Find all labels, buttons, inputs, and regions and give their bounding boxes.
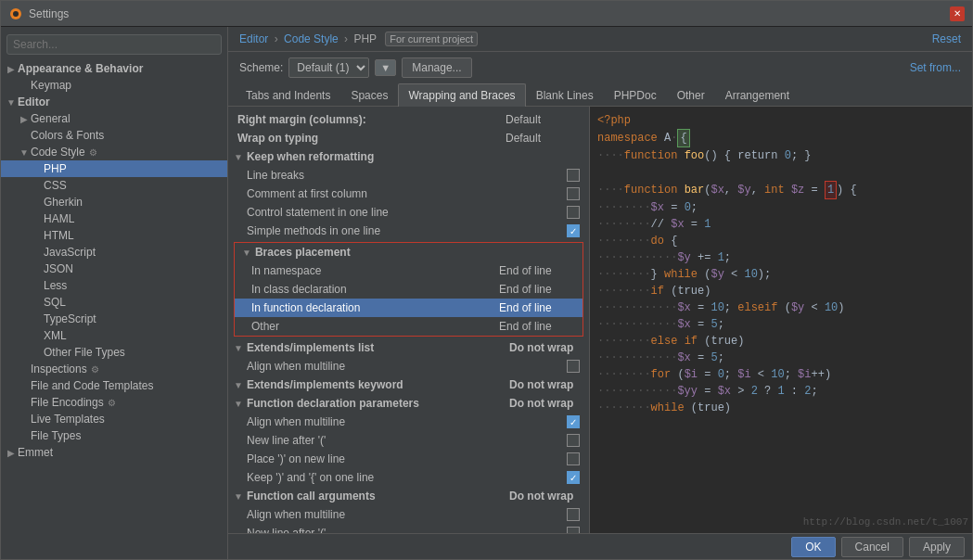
func-decl-align-row: Align when multiline (228, 413, 589, 431)
code-line: ············$x = 5; (597, 316, 965, 333)
sidebar-label-editor: Editor (18, 95, 50, 108)
file-encodings-badge: ⚙ (108, 398, 116, 408)
func-decl-keep-label: Keep ')' and '{' on one line (247, 471, 567, 484)
tab-tabs-and-indents[interactable]: Tabs and Indents (236, 83, 340, 107)
sidebar-item-css[interactable]: CSS (1, 177, 227, 194)
cancel-button[interactable]: Cancel (841, 537, 903, 557)
sidebar-item-typescript[interactable]: TypeScript (1, 311, 227, 327)
settings-window: Settings ✕ ▶ Appearance & Behavior Keyma… (0, 0, 973, 560)
in-namespace-row[interactable]: In namespace End of line (235, 261, 583, 280)
code-preview: <?php namespace A·{ ····function foo() {… (590, 107, 972, 533)
arrow-icon: ▼ (234, 380, 243, 390)
func-call-args-header[interactable]: ▼ Function call arguments Do not wrap (228, 487, 589, 505)
sidebar-item-file-encodings[interactable]: File Encodings ⚙ (1, 394, 227, 411)
sidebar-item-colors-fonts[interactable]: Colors & Fonts (1, 127, 227, 144)
sidebar-item-xml[interactable]: XML (1, 327, 227, 344)
in-function-declaration-row[interactable]: In function declaration End of line (235, 299, 583, 317)
sidebar-item-appearance[interactable]: ▶ Appearance & Behavior (1, 60, 227, 77)
code-line: ············$x = 10; elseif ($y < 10) (597, 299, 965, 316)
other-braces-row[interactable]: Other End of line (235, 317, 583, 336)
sidebar-item-php[interactable]: PHP (1, 160, 227, 177)
code-line: ············$x = 5; (597, 350, 965, 366)
in-function-declaration-label: In function declaration (251, 301, 499, 314)
arrow-icon: ▼ (234, 343, 243, 353)
arrow-icon: ▼ (242, 248, 251, 258)
sidebar-item-live-templates[interactable]: Live Templates (1, 411, 227, 427)
sidebar-item-file-and-code-templates[interactable]: File and Code Templates (1, 377, 227, 394)
sidebar-item-haml[interactable]: HAML (1, 210, 227, 227)
tab-blank-lines[interactable]: Blank Lines (526, 83, 604, 107)
tab-other[interactable]: Other (667, 83, 715, 107)
sidebar-item-code-style[interactable]: ▼ Code Style ⚙ (1, 144, 227, 160)
sidebar-item-keymap[interactable]: Keymap (1, 77, 227, 94)
manage-button[interactable]: Manage... (402, 57, 471, 78)
extends-keyword-header: ▼ Extends/implements keyword Do not wrap (228, 375, 589, 394)
control-statement-checkbox[interactable] (567, 206, 580, 219)
scheme-select[interactable]: Default (1) (288, 57, 369, 78)
reset-button[interactable]: Reset (932, 32, 961, 45)
sidebar-item-editor[interactable]: ▼ Editor (1, 94, 227, 110)
keep-when-reformatting-label: Keep when reformatting (247, 150, 374, 163)
sidebar-label-code-style: Code Style (31, 146, 85, 159)
code-line: ········else if (true) (597, 333, 965, 350)
set-from-button[interactable]: Set from... (910, 61, 961, 74)
func-call-align-checkbox[interactable] (567, 508, 580, 521)
func-decl-newline-checkbox[interactable] (567, 434, 580, 447)
extends-list-align-checkbox[interactable] (567, 360, 580, 373)
sidebar-label-other-file-types: Other File Types (44, 346, 125, 359)
inspections-badge: ⚙ (91, 364, 99, 375)
func-decl-params-header[interactable]: ▼ Function declaration parameters Do not… (228, 394, 589, 413)
sidebar-item-json[interactable]: JSON (1, 261, 227, 277)
braces-placement-header[interactable]: ▼ Braces placement (235, 243, 583, 261)
sidebar-item-inspections[interactable]: Inspections ⚙ (1, 361, 227, 377)
tab-spaces[interactable]: Spaces (340, 83, 398, 107)
func-call-newline-checkbox[interactable] (567, 527, 580, 533)
apply-button[interactable]: Apply (909, 537, 965, 557)
braces-placement-box: ▼ Braces placement In namespace End of l… (234, 242, 583, 337)
code-line: <?php (597, 112, 965, 129)
code-line: ········for ($i = 0; $i < 10; $i++) (597, 366, 965, 383)
tab-arrangement[interactable]: Arrangement (715, 83, 800, 107)
sidebar-label-live-templates: Live Templates (31, 413, 105, 426)
code-line: ········while (true) (597, 400, 965, 416)
sidebar-item-file-types[interactable]: File Types (1, 427, 227, 444)
func-decl-align-checkbox[interactable] (567, 415, 580, 428)
code-line: ············$yy = $x > 2 ? 1 : 2; (597, 383, 965, 400)
sidebar-item-other-file-types[interactable]: Other File Types (1, 344, 227, 361)
tab-wrapping-and-braces[interactable]: Wrapping and Braces (398, 83, 525, 107)
settings-icon (8, 6, 23, 21)
code-line: ········} while ($y < 10); (597, 266, 965, 283)
sidebar: ▶ Appearance & Behavior Keymap ▼ Editor … (1, 27, 228, 559)
in-class-declaration-row[interactable]: In class declaration End of line (235, 280, 583, 299)
code-style-badge: ⚙ (89, 147, 97, 158)
scheme-dropdown-button[interactable]: ▼ (375, 59, 396, 76)
scheme-bar: Scheme: Default (1) ▼ Manage... Set from… (228, 52, 972, 83)
sidebar-item-gherkin[interactable]: Gherkin (1, 194, 227, 210)
sidebar-label-keymap: Keymap (31, 79, 71, 92)
bottom-bar: OK Cancel Apply (228, 533, 972, 559)
arrow-icon: ▼ (5, 97, 18, 108)
sidebar-item-less[interactable]: Less (1, 277, 227, 294)
line-breaks-checkbox[interactable] (567, 169, 580, 182)
in-namespace-label: In namespace (251, 264, 499, 277)
sidebar-item-html[interactable]: HTML (1, 227, 227, 244)
search-input[interactable] (6, 34, 222, 55)
tab-phpdoc[interactable]: PHPDoc (604, 83, 667, 107)
sidebar-label-typescript: TypeScript (44, 312, 96, 325)
func-decl-keep-row: Keep ')' and '{' on one line (228, 468, 589, 487)
simple-methods-checkbox[interactable] (567, 224, 580, 237)
sidebar-item-sql[interactable]: SQL (1, 294, 227, 311)
func-decl-params-label: Function declaration parameters (247, 397, 419, 410)
code-line: ········$x = 0; (597, 199, 965, 216)
func-decl-keep-checkbox[interactable] (567, 471, 580, 484)
sidebar-item-general[interactable]: ▶ General (1, 110, 227, 127)
arrow-icon: ▼ (234, 152, 243, 162)
sidebar-item-javascript[interactable]: JavaScript (1, 244, 227, 261)
sidebar-item-emmet[interactable]: ▶ Emmet (1, 444, 227, 461)
func-decl-rparen-checkbox[interactable] (567, 452, 580, 465)
close-button[interactable]: ✕ (950, 6, 965, 21)
keep-when-reformatting-header[interactable]: ▼ Keep when reformatting (228, 147, 589, 166)
extends-list-header[interactable]: ▼ Extends/implements list Do not wrap (228, 338, 589, 357)
ok-button[interactable]: OK (791, 537, 835, 557)
comment-first-column-checkbox[interactable] (567, 187, 580, 200)
